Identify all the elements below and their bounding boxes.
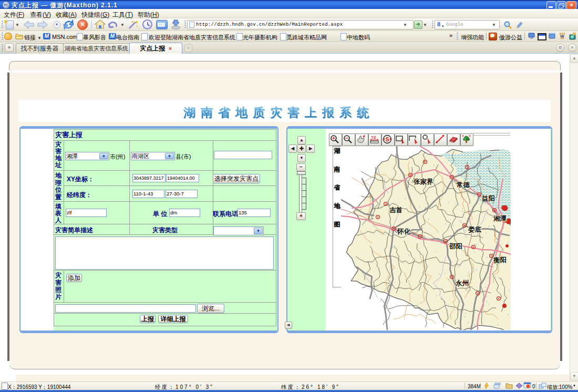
svg-text:永州: 永州 (455, 280, 469, 287)
svg-text:常德: 常德 (456, 181, 470, 189)
svg-text:怀化: 怀化 (397, 228, 411, 235)
svg-text:吉首: 吉首 (389, 207, 403, 214)
svg-text:?2: ?2 (371, 135, 376, 140)
svg-text:湘潭: 湘潭 (493, 215, 507, 222)
svg-text:S: S (386, 136, 389, 142)
svg-text:邵阳: 邵阳 (449, 243, 462, 250)
svg-text:衡阳: 衡阳 (493, 256, 507, 264)
svg-text:益阳: 益阳 (482, 195, 495, 202)
svg-text:娄底: 娄底 (468, 226, 482, 233)
svg-text:张家界: 张家界 (413, 178, 434, 185)
